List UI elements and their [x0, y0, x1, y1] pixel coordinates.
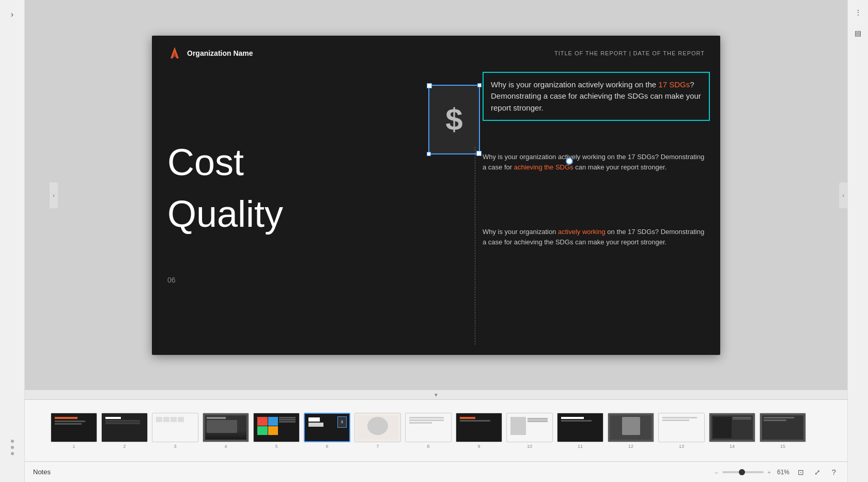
- thumb-img-14: [709, 413, 755, 442]
- thumb-num-14: 14: [730, 444, 735, 449]
- thumb-num-3: 3: [174, 444, 176, 449]
- slide-header: Organization Name TITLE OF THE REPORT | …: [152, 36, 720, 71]
- zoom-percent: 61%: [777, 469, 789, 476]
- app-container: › ‹ ›: [0, 0, 868, 482]
- dollar-sign: $: [445, 102, 462, 137]
- sidebar-dot: [11, 446, 14, 449]
- left-panel-toggle[interactable]: ‹: [50, 182, 58, 208]
- thumb-img-6: Cost Quality $: [304, 413, 350, 442]
- thumb-num-1: 1: [72, 444, 75, 449]
- slide-page-number: 06: [167, 276, 405, 284]
- thumb-img-1: [51, 413, 97, 442]
- thumbnail-14[interactable]: 14: [709, 413, 755, 449]
- zoom-plus[interactable]: +: [768, 469, 771, 475]
- thumbnail-11[interactable]: 11: [557, 413, 603, 449]
- notes-label: Notes: [33, 468, 51, 476]
- sdgs-highlight: 17 SDGs: [658, 80, 690, 89]
- right-sidebar-icon-1[interactable]: ⋮: [852, 6, 864, 19]
- fullscreen-icon[interactable]: ⤢: [812, 467, 823, 477]
- thumb-img-9: [456, 413, 502, 442]
- right-sidebar: ⋮ ▤: [847, 0, 868, 482]
- thumbnail-strip: 1 2: [25, 399, 847, 461]
- slide-logo: Organization Name: [167, 46, 253, 60]
- slide-body: Cost Quality 06 $: [152, 67, 720, 355]
- main-content: ‹ › Organization Name: [25, 0, 847, 482]
- thumb-img-3: [152, 413, 198, 442]
- thumbnail-1[interactable]: 1: [51, 413, 97, 449]
- thumbnail-6[interactable]: Cost Quality $ 6: [304, 413, 350, 449]
- report-title: TITLE OF THE REPORT | DATE OF THE REPORT: [554, 50, 705, 56]
- help-icon[interactable]: ?: [829, 467, 839, 477]
- thumbnail-8[interactable]: 8: [405, 413, 452, 449]
- thumbnail-15[interactable]: 15: [760, 413, 806, 449]
- thumbnail-10[interactable]: 10: [506, 413, 553, 449]
- sidebar-dot: [11, 440, 14, 443]
- slider-thumb[interactable]: [739, 469, 745, 475]
- thumb-num-7: 7: [376, 444, 379, 449]
- thumb-img-15: [760, 413, 806, 442]
- thumbnail-9[interactable]: 9: [456, 413, 502, 449]
- thumb-num-4: 4: [224, 444, 227, 449]
- text-paragraph-1: Why is your organization actively workin…: [483, 152, 710, 174]
- bottom-controls: – + 61% ⊡ ⤢ ?: [715, 467, 839, 477]
- handle-bl: [427, 152, 431, 156]
- org-name: Organization Name: [187, 49, 253, 57]
- thumb-num-5: 5: [275, 444, 277, 449]
- dollar-icon[interactable]: $: [428, 85, 480, 154]
- sidebar-dot: [11, 452, 14, 455]
- thumb-num-9: 9: [477, 444, 480, 449]
- slide-right: $ Why is your organization actively work…: [421, 67, 720, 355]
- sidebar-dots: [11, 440, 14, 455]
- strip-toggle[interactable]: ▼: [25, 390, 847, 399]
- thumbnail-3[interactable]: 3: [152, 413, 198, 449]
- thumb-img-11: [557, 413, 603, 442]
- thumb-img-4: [203, 413, 249, 442]
- thumb-img-12: [608, 413, 654, 442]
- para1-highlight: achieving the SDGs: [514, 163, 574, 171]
- logo-icon: [167, 46, 182, 60]
- right-panel-toggle[interactable]: ›: [839, 182, 847, 208]
- slide-left: Cost Quality 06: [152, 67, 421, 355]
- thumb-num-13: 13: [679, 444, 684, 449]
- text-paragraph-2: Why is your organization actively workin…: [483, 227, 710, 248]
- thumb-num-11: 11: [578, 444, 583, 449]
- thumbnail-5[interactable]: 5: [253, 413, 300, 449]
- thumb-img-7: [354, 413, 401, 442]
- bottom-bar: Notes – + 61% ⊡ ⤢ ?: [25, 461, 847, 482]
- thumb-img-8: [405, 413, 452, 442]
- thumbnail-2[interactable]: 2: [101, 413, 148, 449]
- slide-title-quality: Quality: [167, 194, 405, 235]
- right-sidebar-icon-2[interactable]: ▤: [852, 27, 864, 39]
- fit-screen-icon[interactable]: ⊡: [796, 467, 806, 477]
- thumb-img-2: [101, 413, 148, 442]
- thumb-img-13: [658, 413, 705, 442]
- thumb-num-15: 15: [780, 444, 785, 449]
- slide: Organization Name TITLE OF THE REPORT | …: [152, 36, 720, 355]
- zoom-minus[interactable]: –: [715, 469, 718, 475]
- thumb-img-5: [253, 413, 300, 442]
- thumb-num-12: 12: [628, 444, 633, 449]
- slide-viewer: ‹ › Organization Name: [25, 0, 847, 390]
- thumb-num-2: 2: [123, 444, 126, 449]
- thumb-num-8: 8: [427, 444, 429, 449]
- thumb-num-6: 6: [326, 444, 328, 449]
- zoom-slider: – +: [715, 469, 771, 475]
- thumb-num-10: 10: [527, 444, 532, 449]
- para2-highlight: actively working: [558, 228, 606, 236]
- thumbnail-4[interactable]: 4: [203, 413, 249, 449]
- text-box-highlighted[interactable]: Why is your organization actively workin…: [483, 72, 710, 121]
- sidebar-expand-icon[interactable]: ›: [4, 6, 21, 23]
- thumbnail-12[interactable]: 12: [608, 413, 654, 449]
- thumbnail-13[interactable]: 13: [658, 413, 705, 449]
- thumb-img-10: [506, 413, 553, 442]
- slide-title-cost: Cost: [167, 142, 405, 183]
- slider-track[interactable]: [722, 471, 764, 473]
- thumbnail-7[interactable]: 7: [354, 413, 401, 449]
- thumbnails-container: 1 2: [25, 400, 847, 461]
- left-sidebar: ›: [0, 0, 25, 482]
- text-box-content: Why is your organization actively workin…: [491, 79, 702, 114]
- dashed-divider: [475, 147, 475, 345]
- strip-toggle-arrow: ▼: [433, 392, 439, 398]
- handle-tr: [477, 83, 482, 87]
